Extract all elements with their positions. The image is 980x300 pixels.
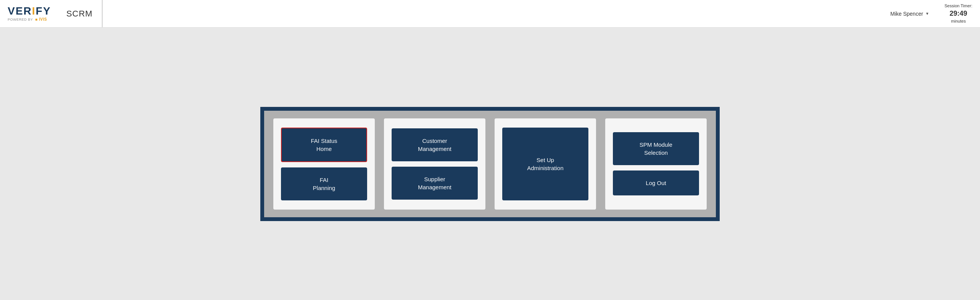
set-up-administration-button[interactable]: Set UpAdministration	[502, 128, 588, 200]
verify-logo-text: VERIFY	[8, 6, 51, 16]
header-right: Mike Spencer ▼ Session Timer: 29:49 minu…	[890, 3, 972, 25]
menu-inner-container: FAI StatusHome FAIPlanning CustomerManag…	[264, 111, 716, 217]
logo-area: VERIFY POWERED BY ■ IVIS SCRM	[8, 0, 103, 27]
fai-status-home-button[interactable]: FAI StatusHome	[281, 128, 367, 162]
session-timer: Session Timer: 29:49 minutes	[944, 3, 972, 25]
customer-management-button[interactable]: CustomerManagement	[392, 128, 478, 161]
session-minutes-label: minutes	[951, 19, 966, 23]
menu-outer-container: FAI StatusHome FAIPlanning CustomerManag…	[260, 107, 720, 221]
menu-card-col4: SPM ModuleSelection Log Out	[605, 118, 707, 210]
ivis-logo: ■ IVIS	[35, 17, 47, 21]
main-content: FAI StatusHome FAIPlanning CustomerManag…	[0, 28, 980, 300]
app-header: VERIFY POWERED BY ■ IVIS SCRM Mike Spenc…	[0, 0, 980, 28]
chevron-down-icon: ▼	[925, 11, 929, 16]
fai-planning-button[interactable]: FAIPlanning	[281, 167, 367, 200]
menu-card-col3: Set UpAdministration	[495, 118, 596, 210]
user-menu[interactable]: Mike Spencer ▼	[890, 11, 929, 17]
logo-verify: VERIFY POWERED BY ■ IVIS	[8, 6, 51, 21]
menu-card-col1: FAI StatusHome FAIPlanning	[273, 118, 375, 210]
user-name: Mike Spencer	[890, 11, 923, 17]
app-title: SCRM	[66, 9, 93, 19]
menu-card-col2: CustomerManagement SupplierManagement	[384, 118, 485, 210]
powered-by-text: POWERED BY ■ IVIS	[8, 17, 47, 21]
session-time-value: 29:49	[944, 9, 972, 18]
session-label: Session Timer:	[944, 3, 972, 8]
spm-module-selection-button[interactable]: SPM ModuleSelection	[613, 132, 699, 165]
supplier-management-button[interactable]: SupplierManagement	[392, 167, 478, 200]
log-out-button[interactable]: Log Out	[613, 170, 699, 195]
